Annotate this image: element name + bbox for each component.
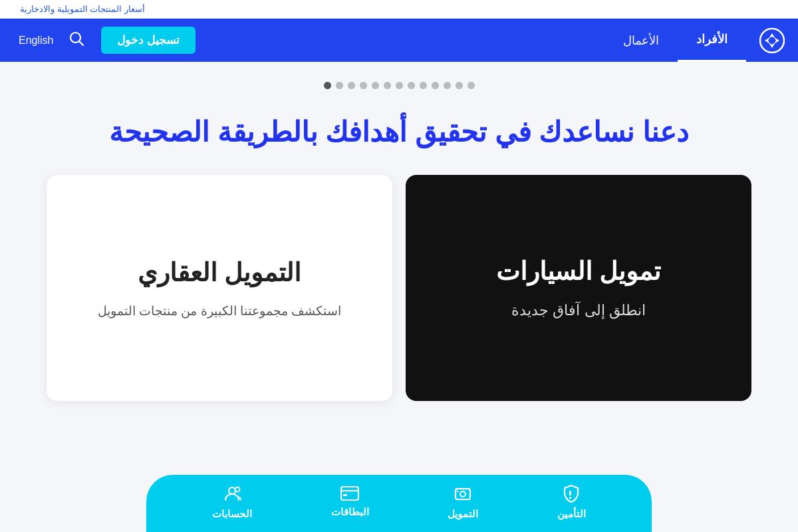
car-finance-card[interactable]: تمويل السيارات انطلق إلى آفاق جديدة [406, 175, 751, 401]
dot-5[interactable] [420, 82, 427, 89]
real-estate-title: التمويل العقاري [138, 258, 302, 287]
dot-12[interactable] [336, 82, 343, 89]
car-finance-title: تمويل السيارات [496, 257, 662, 286]
nav-individuals[interactable]: الأفراد [678, 19, 746, 62]
dot-11[interactable] [348, 82, 355, 89]
dot-7[interactable] [396, 82, 403, 89]
login-button[interactable]: تسجيل دخول [101, 27, 196, 54]
dot-10[interactable] [360, 82, 367, 89]
dot-3[interactable] [444, 82, 451, 89]
dot-9[interactable] [372, 82, 379, 89]
cards-row: تمويل السيارات انطلق إلى آفاق جديدة التم… [0, 175, 798, 401]
language-button[interactable]: English [13, 31, 59, 51]
search-button[interactable] [64, 29, 89, 52]
svg-point-0 [760, 29, 784, 53]
header: الأفراد الأعمال English تسجيل دخول [0, 19, 798, 62]
main-nav: الأفراد الأعمال [477, 19, 746, 62]
real-estate-card[interactable]: التمويل العقاري استكشف مجموعتنا الكبيرة … [47, 175, 392, 401]
topbar-link[interactable]: أسعار المنتجات التمويلية والادخارية [20, 4, 145, 14]
top-bar: أسعار المنتجات التمويلية والادخارية [0, 0, 798, 19]
slider-dots [0, 82, 798, 89]
nav-business[interactable]: الأعمال [604, 19, 678, 62]
car-finance-subtitle: انطلق إلى آفاق جديدة [511, 302, 645, 319]
search-icon [69, 31, 84, 46]
dot-1[interactable] [467, 82, 475, 89]
real-estate-subtitle: استكشف مجموعتنا الكبيرة من منتجات التموي… [98, 303, 341, 319]
svg-line-2 [80, 42, 84, 46]
hero-section: دعنا نساعدك في تحقيق أهدافك بالطريقة الص… [0, 62, 798, 467]
dot-13[interactable] [324, 82, 331, 89]
logo[interactable] [746, 28, 798, 53]
hero-title: دعنا نساعدك في تحقيق أهدافك بالطريقة الص… [0, 116, 798, 148]
header-right: English تسجيل دخول [0, 27, 209, 54]
dot-4[interactable] [432, 82, 439, 89]
dot-8[interactable] [384, 82, 391, 89]
dot-6[interactable] [408, 82, 415, 89]
dot-2[interactable] [456, 82, 463, 89]
